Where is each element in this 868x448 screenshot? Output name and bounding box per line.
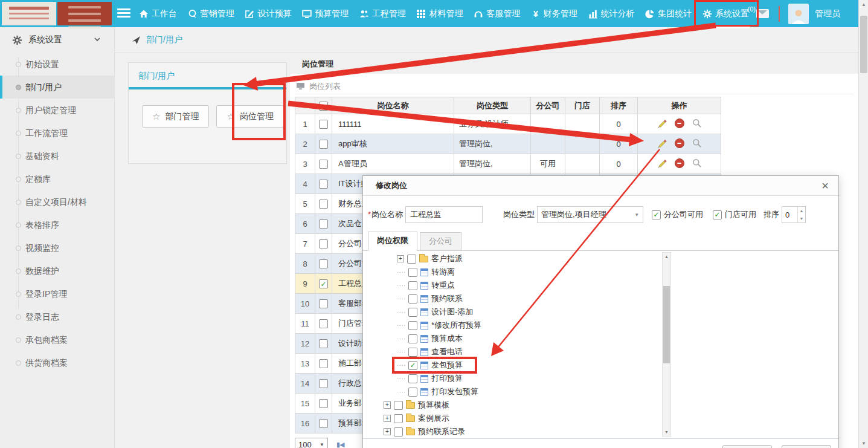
view-magnifier-icon[interactable] <box>692 138 702 148</box>
sidebar-item-6[interactable]: 自定义项目/材料 <box>0 190 114 213</box>
page-scrollbar[interactable]: ▲ ▼ <box>858 0 868 448</box>
row-checkbox[interactable] <box>319 339 328 348</box>
spin-up-icon[interactable]: ▲ <box>798 207 805 215</box>
row-checkbox[interactable] <box>319 279 328 288</box>
sidebar-item-5[interactable]: 定额库 <box>0 167 114 190</box>
tree-node-label[interactable]: 打印发包预算 <box>431 386 478 397</box>
first-page-button[interactable]: ▮◀ <box>336 441 344 448</box>
tree-checkbox[interactable] <box>408 321 417 330</box>
edit-pencil-icon[interactable] <box>657 158 667 168</box>
sidebar-item-13[interactable]: 供货商档案 <box>0 351 114 374</box>
sidebar-title[interactable]: 系统设置 <box>0 27 114 53</box>
row-checkbox[interactable] <box>319 379 328 388</box>
sidebar-item-2[interactable]: 用户锁定管理 <box>0 99 114 122</box>
row-checkbox[interactable] <box>319 299 328 308</box>
scroll-down-icon[interactable]: ▼ <box>859 439 868 448</box>
post-type-select[interactable]: 管理岗位,项目经理 ▼ <box>537 206 643 223</box>
edit-pencil-icon[interactable] <box>657 138 667 148</box>
nav-item-10[interactable]: 系统设置 <box>701 6 750 22</box>
menu-toggle-icon[interactable] <box>117 8 130 19</box>
order-spinner[interactable]: 0 ▲▼ <box>782 206 806 223</box>
store-available-checkbox[interactable]: 门店可用 <box>713 209 756 220</box>
tree-node-label[interactable]: 发包预算 <box>431 360 463 371</box>
tree-node-label[interactable]: 查看电话 <box>431 346 463 357</box>
delete-icon[interactable] <box>675 158 684 168</box>
tree-checkbox[interactable] <box>408 388 417 397</box>
sidebar-item-7[interactable]: 表格排序 <box>0 213 114 236</box>
delete-icon[interactable] <box>675 138 684 148</box>
tree-node-label[interactable]: 预约联系记录 <box>418 426 465 437</box>
modal-footer-button-1[interactable] <box>722 445 772 448</box>
modal-tab-0[interactable]: 岗位权限 <box>368 232 417 251</box>
row-checkbox[interactable] <box>319 120 328 129</box>
tree-checkbox[interactable] <box>408 268 417 277</box>
row-checkbox[interactable] <box>319 319 328 328</box>
dept-manage-button[interactable]: ☆ 部门管理 <box>142 105 209 128</box>
view-magnifier-icon[interactable] <box>692 158 702 168</box>
user-avatar-icon[interactable] <box>788 4 809 24</box>
scroll-up-icon[interactable]: ▲ <box>859 0 868 9</box>
sidebar-item-11[interactable]: 登录日志 <box>0 305 114 328</box>
sidebar-item-9[interactable]: 数据维护 <box>0 259 114 282</box>
row-checkbox[interactable] <box>319 359 328 368</box>
expand-plus-icon[interactable]: + <box>384 428 391 435</box>
tree-checkbox[interactable] <box>394 427 403 437</box>
tree-node-label[interactable]: 打印预算 <box>431 373 463 384</box>
sidebar-item-10[interactable]: 登录IP管理 <box>0 282 114 305</box>
tree-checkbox[interactable] <box>407 255 416 264</box>
post-manage-button[interactable]: ☆ 岗位管理 <box>216 105 283 128</box>
user-name[interactable]: 管理员 <box>815 8 840 19</box>
scrollbar-thumb[interactable] <box>663 286 670 363</box>
spin-down-icon[interactable]: ▼ <box>798 215 805 222</box>
modal-footer-button-2[interactable] <box>782 445 831 448</box>
tree-node-label[interactable]: 预约联系 <box>431 293 463 304</box>
row-checkbox[interactable] <box>319 140 328 149</box>
expand-plus-icon[interactable]: + <box>384 415 391 422</box>
sidebar-item-8[interactable]: 视频监控 <box>0 236 114 259</box>
tree-node-label[interactable]: *修改所有预算 <box>431 320 481 331</box>
sidebar-item-3[interactable]: 工作流管理 <box>0 122 114 144</box>
page-size-select[interactable]: 100 ▼ <box>295 438 328 448</box>
tree-checkbox[interactable] <box>408 308 417 317</box>
tree-checkbox[interactable] <box>408 374 417 383</box>
tree-checkbox[interactable] <box>408 361 417 370</box>
tree-node-label[interactable]: 预算成本 <box>431 333 463 344</box>
tree-node-label[interactable]: 转重点 <box>431 280 455 291</box>
branch-available-checkbox[interactable]: 分公司可用 <box>652 209 703 220</box>
expand-plus-icon[interactable]: + <box>384 401 391 409</box>
select-all-checkbox[interactable] <box>319 102 328 111</box>
tab-dept-user[interactable]: 部门/用户 <box>129 63 286 87</box>
tree-node-label[interactable]: 预算模板 <box>418 400 449 411</box>
tree-node-label[interactable]: 设计图-添加 <box>431 307 473 317</box>
nav-item-7[interactable]: ¥财务管理 <box>530 6 579 22</box>
scroll-down-icon[interactable]: ▼ <box>663 428 670 436</box>
delete-icon[interactable] <box>675 118 684 128</box>
tree-checkbox[interactable] <box>408 334 417 343</box>
sidebar-item-1[interactable]: 部门/用户 <box>0 76 114 99</box>
nav-item-8[interactable]: 统计分析 <box>587 6 636 22</box>
tree-checkbox[interactable] <box>408 294 417 304</box>
row-checkbox[interactable] <box>319 180 328 189</box>
nav-item-5[interactable]: 材料管理 <box>415 6 464 22</box>
row-checkbox[interactable] <box>319 399 328 408</box>
nav-item-2[interactable]: 设计预算 <box>243 6 292 22</box>
nav-item-9[interactable]: 集团统计 <box>644 6 693 22</box>
expand-plus-icon[interactable]: + <box>397 255 404 262</box>
tree-node-label[interactable]: 转游离 <box>431 267 455 278</box>
tree-node-label[interactable]: 案例展示 <box>418 413 449 424</box>
nav-item-1[interactable]: 营销管理 <box>187 6 236 22</box>
nav-item-6[interactable]: 客服管理 <box>472 6 521 22</box>
row-checkbox[interactable] <box>319 239 328 248</box>
scroll-up-icon[interactable]: ▲ <box>663 253 670 261</box>
view-magnifier-icon[interactable] <box>692 118 702 128</box>
row-checkbox[interactable] <box>319 160 328 169</box>
scrollbar-thumb[interactable] <box>860 16 867 73</box>
tree-checkbox[interactable] <box>394 414 403 423</box>
tree-checkbox[interactable] <box>408 348 417 357</box>
row-checkbox[interactable] <box>319 219 328 229</box>
tree-checkbox[interactable] <box>394 401 403 410</box>
nav-item-4[interactable]: 工程管理 <box>358 6 407 22</box>
nav-item-0[interactable]: 工作台 <box>138 6 178 22</box>
modal-tab-1[interactable]: 分公司 <box>420 232 461 250</box>
nav-item-3[interactable]: 预算管理 <box>301 6 350 22</box>
